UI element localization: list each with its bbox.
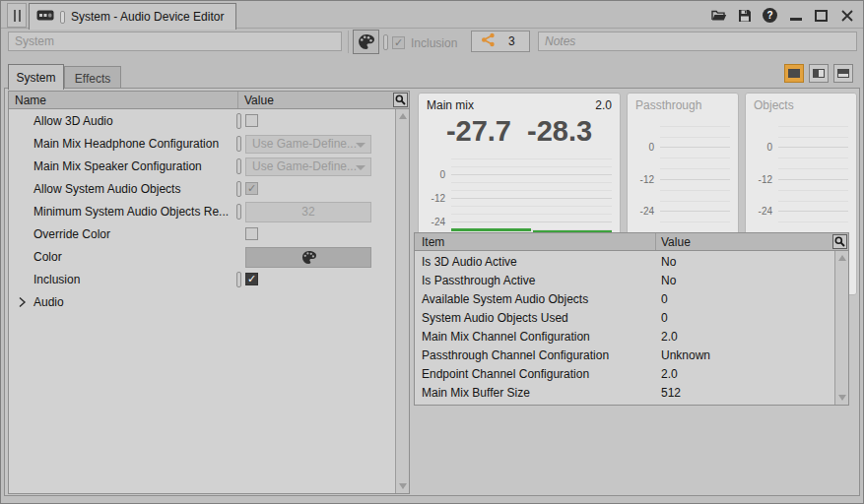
pin-icon[interactable] xyxy=(60,11,65,24)
device-info-item: Main Mix Channel Configuration xyxy=(422,328,590,346)
checkbox[interactable] xyxy=(245,227,258,240)
checkbox[interactable]: ✓ xyxy=(245,182,258,195)
palette-icon xyxy=(301,250,316,265)
peak-value: -27.7 xyxy=(446,115,511,148)
scroll-down-icon[interactable] xyxy=(399,483,407,489)
view-split-horizontal-button[interactable] xyxy=(833,64,853,83)
scroll-up-icon[interactable] xyxy=(399,113,407,119)
value-input[interactable]: 32 xyxy=(245,202,371,222)
tab-strip: System Effects xyxy=(1,57,863,89)
checkbox[interactable]: ✓ xyxy=(245,273,258,285)
search-icon[interactable] xyxy=(832,234,847,249)
link-handle[interactable] xyxy=(236,158,241,174)
property-name: Allow 3D Audio xyxy=(33,110,113,133)
column-divider[interactable] xyxy=(655,233,656,250)
view-toggle-buttons xyxy=(784,64,853,83)
column-value[interactable]: Value xyxy=(244,94,274,107)
search-icon[interactable] xyxy=(393,93,408,107)
checkbox[interactable] xyxy=(245,114,258,127)
chevron-down-icon xyxy=(356,143,366,148)
column-name[interactable]: Name xyxy=(15,94,46,107)
device-info-row: Is 3D Audio ActiveNo xyxy=(415,253,834,272)
device-info-scrollbar[interactable] xyxy=(834,251,848,405)
meter-title: Passthrough xyxy=(635,98,701,112)
tab-system[interactable]: System xyxy=(8,64,64,90)
device-info-row: System Audio Objects Used0 xyxy=(415,309,834,328)
property-name: Override Color xyxy=(33,223,110,246)
property-name: Minimum System Audio Objects Re... xyxy=(33,201,229,223)
device-info-row: Main Mix Buffer Size512 xyxy=(415,384,834,403)
close-icon[interactable] xyxy=(838,7,855,24)
color-button[interactable] xyxy=(245,247,371,268)
dock-handle[interactable] xyxy=(7,3,27,28)
open-icon[interactable] xyxy=(710,7,727,24)
scroll-down-icon[interactable] xyxy=(838,395,846,401)
scroll-up-icon[interactable] xyxy=(838,255,846,261)
column-value[interactable]: Value xyxy=(661,235,691,249)
link-handle[interactable] xyxy=(236,272,241,287)
meter-gridline xyxy=(778,147,848,148)
property-row: Audio xyxy=(9,291,395,314)
meter-panel-head: Objects xyxy=(746,94,856,112)
link-handle[interactable] xyxy=(383,34,388,50)
meter-gridline xyxy=(660,221,730,222)
notes-input[interactable]: Notes xyxy=(538,32,857,51)
device-info-value: 0 xyxy=(661,309,668,328)
meter-panel-head: Passthrough xyxy=(628,94,738,112)
titlebar: System - Audio Device Editor ? xyxy=(1,1,863,29)
meter-scale-label: -12 xyxy=(426,193,445,204)
meter-gridline xyxy=(660,168,730,169)
link-handle[interactable] xyxy=(236,204,241,220)
object-name-input[interactable]: System xyxy=(8,32,342,51)
property-row: Allow System Audio Objects✓ xyxy=(9,178,395,201)
meter-scale-label: 0 xyxy=(426,169,445,180)
meter-gridline xyxy=(778,168,848,169)
expander-icon[interactable] xyxy=(18,296,27,311)
dropdown[interactable]: Use Game-Define... xyxy=(245,135,371,154)
column-item[interactable]: Item xyxy=(422,235,444,249)
meter-scale-label: 0 xyxy=(634,142,654,153)
inclusion-checkbox-toolbar[interactable]: ✓ xyxy=(392,36,405,49)
chevron-down-icon xyxy=(356,165,366,170)
device-info-value: No xyxy=(661,253,676,272)
link-handle[interactable] xyxy=(236,136,241,152)
property-rows: Allow 3D AudioMain Mix Headphone Configu… xyxy=(9,110,395,493)
meter-gridline xyxy=(660,147,730,148)
peak-value: -28.3 xyxy=(527,115,592,148)
save-icon[interactable] xyxy=(736,7,753,24)
device-info-item: Is Passthrough Active xyxy=(422,272,535,290)
device-info-table: Item Value Is 3D Audio ActiveNoIs Passth… xyxy=(414,232,849,406)
maximize-icon[interactable] xyxy=(813,7,830,24)
meter-gridline xyxy=(778,201,848,202)
link-handle[interactable] xyxy=(236,181,241,197)
references-button[interactable]: 3 xyxy=(471,31,530,52)
device-info-value: 2.0 xyxy=(661,365,678,384)
dropdown[interactable]: Use Game-Define... xyxy=(245,158,371,176)
audio-device-icon xyxy=(36,10,54,24)
color-palette-button[interactable] xyxy=(353,30,379,54)
meter-scale-label: -12 xyxy=(634,173,654,184)
minimize-icon[interactable] xyxy=(787,7,804,24)
property-table-scrollbar[interactable] xyxy=(395,109,409,493)
meter-gridline xyxy=(778,221,848,222)
column-divider[interactable] xyxy=(237,92,238,108)
meter-peak-line xyxy=(451,228,531,231)
tab-effects[interactable]: Effects xyxy=(64,66,121,90)
editor-tab[interactable]: System - Audio Device Editor xyxy=(29,3,236,30)
property-name: Main Mix Headphone Configuration xyxy=(33,133,219,156)
link-handle[interactable] xyxy=(236,113,241,129)
view-split-vertical-button[interactable] xyxy=(809,64,829,83)
editor-tab-title: System - Audio Device Editor xyxy=(71,10,224,24)
meter-gridline xyxy=(660,211,730,212)
meter-gridline xyxy=(778,126,848,127)
device-info-item: System Audio Objects Used xyxy=(422,309,568,328)
meter-gridline xyxy=(778,190,848,191)
toolbar: System ✓ Inclusion 3 Notes xyxy=(1,29,863,57)
property-row: Main Mix Headphone ConfigurationUse Game… xyxy=(9,133,395,156)
view-single-pane-button[interactable] xyxy=(784,64,804,83)
meter-gridline xyxy=(660,126,730,127)
property-name: Color xyxy=(33,246,62,269)
help-icon[interactable]: ? xyxy=(762,7,778,24)
meter-scale-label: -12 xyxy=(753,173,772,184)
device-info-value: 0 xyxy=(661,290,668,309)
